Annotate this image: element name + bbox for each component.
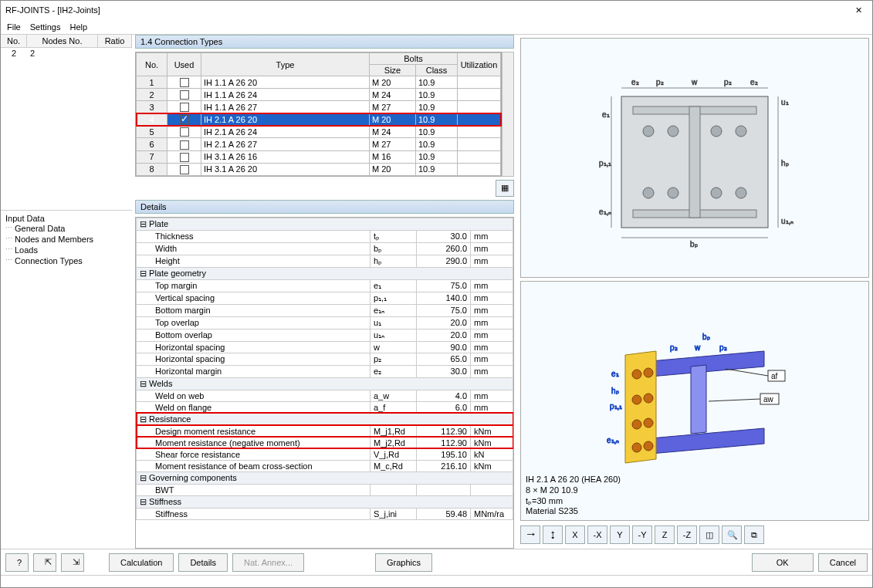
view-icon-4[interactable]: Y — [610, 525, 630, 544]
svg-point-37 — [644, 418, 653, 427]
details-row[interactable]: Bottom margine₁ₙ75.0mm — [137, 304, 513, 316]
details-row[interactable]: Top overlapu₁20.0mm — [137, 316, 513, 329]
left-col-no: No. — [1, 35, 27, 47]
details-row[interactable]: StiffnessS_j,ini59.48MNm/ra — [137, 508, 513, 519]
tree-loads[interactable]: Loads — [5, 245, 127, 255]
view-icon-1[interactable]: ⭥ — [543, 525, 563, 544]
svg-text:w: w — [694, 343, 701, 352]
menu-help[interactable]: Help — [69, 22, 87, 32]
details-row[interactable]: Weld on weba_w4.0mm — [137, 390, 513, 401]
connection-grid[interactable]: No. Used Type Bolts Utilization Size Cla… — [135, 52, 502, 177]
grid-scrollbar[interactable] — [502, 52, 514, 177]
table-row[interactable]: 6IH 2.1 A 26 27M 2710.9 — [137, 138, 501, 150]
svg-text:p₂: p₂ — [719, 343, 727, 352]
details-row[interactable]: Horizontal spacingw90.0mm — [137, 341, 513, 353]
graphics-button[interactable]: Graphics — [375, 553, 432, 572]
status-bar — [1, 575, 872, 587]
details-row[interactable]: ⊟ Plate — [137, 218, 513, 230]
left-col-nodes: Nodes No. — [27, 35, 98, 47]
tree-general-data[interactable]: General Data — [5, 223, 127, 234]
svg-point-39 — [644, 441, 653, 451]
details-row[interactable]: Weld on flangea_f6.0mm — [137, 401, 513, 413]
svg-text:e₁: e₁ — [602, 110, 610, 119]
details-row[interactable]: Moment resistance of beam cross-sectionM… — [137, 460, 513, 471]
nat-annex-button: Nat. Annex... — [232, 553, 304, 572]
used-checkbox[interactable] — [180, 103, 189, 112]
grid-options-icon[interactable]: ▦ — [496, 180, 514, 197]
svg-marker-30 — [691, 365, 706, 434]
menu-file[interactable]: File — [7, 22, 21, 32]
table-row[interactable]: 1IH 1.1 A 26 20M 2010.9 — [137, 76, 501, 89]
details-row[interactable]: ⊟ Welds — [137, 377, 513, 390]
svg-point-38 — [632, 443, 641, 452]
menu-settings[interactable]: Settings — [30, 22, 61, 32]
diagram-panel-top: e₂ p₂ w p₂ e₂ e₁ p₁,₁ e₁,ₙ u₁ hₚ u₁,ₙ — [520, 38, 869, 278]
table-row[interactable]: 4IH 2.1 A 26 20M 2010.9 — [137, 113, 501, 126]
menubar: File Settings Help — [1, 19, 872, 35]
details-row[interactable]: Thicknesstₚ30.0mm — [137, 230, 513, 242]
svg-line-52 — [726, 369, 768, 376]
view-icon-0[interactable]: ⭢ — [520, 525, 540, 544]
view-icon-2[interactable]: X — [565, 525, 585, 544]
export-icon[interactable]: ⇲ — [61, 553, 84, 572]
svg-point-36 — [632, 420, 641, 429]
cancel-button[interactable]: Cancel — [818, 553, 868, 572]
details-row[interactable]: Widthbₚ260.0mm — [137, 242, 513, 255]
details-row[interactable]: Bottom overlapu₁ₙ20.0mm — [137, 329, 513, 341]
table-row[interactable]: 3IH 1.1 A 26 27M 2710.9 — [137, 101, 501, 113]
view-icon-10[interactable]: ⧉ — [744, 525, 764, 544]
details-grid[interactable]: ⊟ PlateThicknesstₚ30.0mmWidthbₚ260.0mmHe… — [135, 217, 514, 549]
details-row[interactable]: BWT — [137, 484, 513, 495]
view-icon-3[interactable]: -X — [587, 525, 607, 544]
used-checkbox[interactable] — [180, 140, 189, 150]
svg-text:e₂: e₂ — [750, 78, 758, 86]
view-icon-8[interactable]: ◫ — [699, 525, 719, 544]
import-icon[interactable]: ⇱ — [33, 553, 56, 572]
details-row[interactable]: ⊟ Governing components — [137, 471, 513, 484]
details-row[interactable]: Heighthₚ290.0mm — [137, 255, 513, 267]
svg-point-32 — [632, 370, 641, 379]
details-button[interactable]: Details — [178, 553, 228, 572]
details-row[interactable]: Moment resistance (negative moment)M_j2,… — [137, 437, 513, 448]
used-checkbox[interactable] — [180, 165, 189, 174]
used-checkbox[interactable] — [180, 115, 189, 124]
details-row[interactable]: ⊟ Stiffness — [137, 495, 513, 508]
details-row[interactable]: Design moment resistanceM_j1,Rd112.90kNm — [137, 425, 513, 437]
details-row[interactable]: Shear force resistanceV_j,Rd195.10kN — [137, 448, 513, 460]
tree-nodes-members[interactable]: Nodes and Members — [5, 234, 127, 245]
close-icon[interactable]: ✕ — [849, 5, 868, 15]
svg-text:u₁,ₙ: u₁,ₙ — [781, 217, 793, 225]
table-row[interactable]: 5IH 2.1 A 26 24M 2410.9 — [137, 126, 501, 138]
svg-point-4 — [643, 126, 654, 137]
view-icon-7[interactable]: -Z — [677, 525, 697, 544]
table-row[interactable]: 8IH 3.1 A 26 20M 2010.9 — [137, 163, 501, 175]
used-checkbox[interactable] — [180, 127, 189, 137]
used-checkbox[interactable] — [180, 90, 189, 100]
calculation-button[interactable]: Calculation — [109, 553, 174, 572]
view-icon-6[interactable]: Z — [655, 525, 675, 544]
svg-text:p₁,₁: p₁,₁ — [599, 159, 611, 167]
svg-text:u₁: u₁ — [781, 98, 789, 106]
svg-point-34 — [632, 395, 641, 404]
table-row[interactable]: 7IH 3.1 A 26 16M 1610.9 — [137, 150, 501, 163]
details-row[interactable]: Top margine₁75.0mm — [137, 279, 513, 292]
details-row[interactable]: Horizontal spacingp₂65.0mm — [137, 353, 513, 365]
used-checkbox[interactable] — [180, 153, 189, 162]
details-row[interactable]: Horizontal margine₂30.0mm — [137, 365, 513, 377]
input-tree: Input Data General Data Nodes and Member… — [1, 210, 132, 549]
view-icon-5[interactable]: -Y — [632, 525, 652, 544]
left-row[interactable]: 2 2 — [1, 48, 132, 59]
details-row[interactable]: Vertical spacingp₁,₁140.0mm — [137, 292, 513, 304]
table-row[interactable]: 2IH 1.1 A 26 24M 2410.9 — [137, 89, 501, 101]
details-row[interactable]: ⊟ Plate geometry — [137, 267, 513, 279]
svg-text:bₚ: bₚ — [690, 240, 698, 248]
svg-point-11 — [736, 188, 746, 198]
used-checkbox[interactable] — [180, 78, 189, 87]
tree-connection-types[interactable]: Connection Types — [5, 255, 127, 266]
help-icon[interactable]: ? — [5, 553, 29, 572]
diagram-panel-3d: bₚ p₂ w p₂ e₁ p₁,₁ e₁,ₙ hₚ af aw — [520, 281, 869, 521]
tree-header: Input Data — [5, 214, 127, 223]
view-icon-9[interactable]: 🔍 — [722, 525, 742, 544]
details-row[interactable]: ⊟ Resistance — [137, 413, 513, 425]
ok-button[interactable]: OK — [752, 553, 814, 572]
